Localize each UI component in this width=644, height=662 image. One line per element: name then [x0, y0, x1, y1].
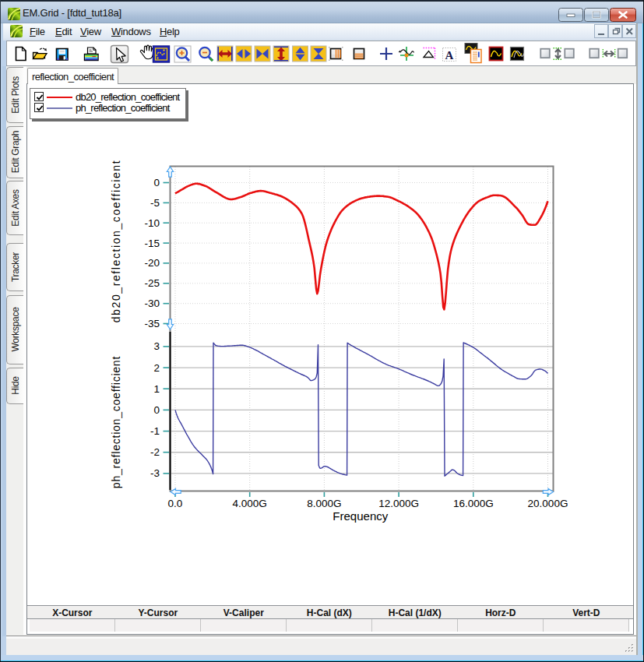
svg-text:ph_reflection_coefficient: ph_reflection_coefficient [110, 356, 122, 488]
svg-text:-30: -30 [144, 298, 160, 309]
svg-text:-35: -35 [144, 318, 160, 329]
svg-text:-2: -2 [150, 446, 160, 458]
svg-text:0: 0 [153, 177, 160, 188]
svg-text:2: 2 [153, 362, 160, 374]
svg-text:12.000G: 12.000G [378, 498, 419, 509]
svg-text:3: 3 [153, 340, 160, 352]
svg-text:1: 1 [153, 383, 160, 395]
svg-text:Frequency: Frequency [333, 509, 388, 523]
svg-text:-5: -5 [150, 197, 160, 209]
svg-text:-25: -25 [144, 277, 160, 289]
svg-text:-10: -10 [144, 217, 160, 229]
svg-text:-3: -3 [150, 467, 160, 479]
svg-text:0: 0 [153, 404, 160, 416]
svg-text:-20: -20 [144, 257, 160, 269]
svg-text:4.000G: 4.000G [233, 498, 267, 509]
svg-text:-1: -1 [150, 425, 160, 437]
svg-text:-15: -15 [144, 238, 160, 249]
svg-text:0.0: 0.0 [168, 498, 183, 509]
svg-text:20.000G: 20.000G [528, 498, 568, 509]
svg-text:8.000G: 8.000G [307, 498, 341, 509]
svg-text:16.000G: 16.000G [453, 498, 494, 509]
svg-text:db20_reflection_coefficient: db20_reflection_coefficient [110, 160, 122, 323]
